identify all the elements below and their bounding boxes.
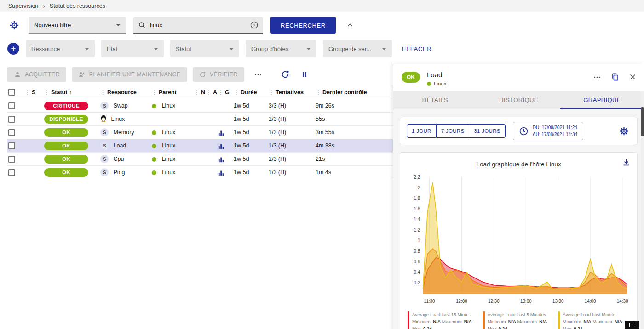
- state-select[interactable]: État: [101, 40, 164, 57]
- column-header-parent[interactable]: ⋮Parent: [151, 85, 193, 99]
- legend-item[interactable]: Average Load Last MinuteMinimum: N/A Max…: [558, 311, 630, 329]
- graph-icon[interactable]: [218, 156, 224, 163]
- parent-name[interactable]: Linux: [161, 156, 175, 162]
- resource-name[interactable]: Swap: [113, 102, 127, 109]
- svg-text:1.6: 1.6: [414, 206, 420, 211]
- pause-icon[interactable]: [298, 68, 311, 81]
- column-header-action[interactable]: ⋮A: [205, 85, 217, 99]
- legend-item[interactable]: Average Load Last 15 Minu...Minimum: N/A…: [408, 311, 479, 329]
- saved-filter-select[interactable]: Nouveau filtre: [29, 17, 126, 34]
- graph-settings-gear-icon[interactable]: [617, 124, 631, 138]
- svg-text:1.2: 1.2: [414, 227, 420, 233]
- servicegroup-select[interactable]: Groupe de ser...: [323, 40, 392, 57]
- resource-name[interactable]: Ping: [113, 169, 125, 176]
- legend-item[interactable]: Average Load Last 5 MinutesMinimum: N/A …: [483, 311, 555, 329]
- more-actions-icon[interactable]: [250, 70, 266, 79]
- column-header-graph[interactable]: ⋮G: [217, 85, 233, 99]
- svg-text:14:00: 14:00: [585, 299, 596, 304]
- resource-name[interactable]: Linux: [111, 116, 125, 122]
- refresh-icon[interactable]: [278, 68, 292, 81]
- table-row[interactable]: OK S Cpu Linux 1w 5d 1/3 (H) 21s: [7, 153, 393, 166]
- parent-name[interactable]: Linux: [161, 142, 175, 149]
- hostgroup-select[interactable]: Group d'hôtes: [246, 40, 316, 57]
- column-header-status[interactable]: ⋮Statut ↑: [43, 85, 99, 99]
- table-row[interactable]: CRITIQUE S Swap Linux 1w 5d 3/3 (H) 9m 2…: [7, 99, 393, 113]
- copy-link-icon[interactable]: [611, 73, 620, 81]
- svg-text:13:30: 13:30: [552, 299, 564, 304]
- parent-name[interactable]: Linux: [161, 129, 175, 136]
- drag-handle-icon[interactable]: ⋮: [100, 89, 106, 96]
- acknowledge-label: ACQUITTER: [25, 71, 60, 78]
- parent-name[interactable]: Linux: [161, 102, 175, 109]
- breadcrumb-current: Statut des ressources: [50, 3, 105, 9]
- close-panel-icon[interactable]: [629, 73, 637, 81]
- help-icon[interactable]: ?: [250, 21, 259, 29]
- drag-handle-icon[interactable]: ⋮: [194, 89, 200, 96]
- graph-icon[interactable]: [218, 170, 224, 176]
- table-row[interactable]: OK S Load Linux 1w 5d 1/3 (H) 4m 38s: [7, 139, 393, 153]
- row-checkbox[interactable]: [8, 116, 15, 123]
- maintenance-button[interactable]: PLANIFIER UNE MAINTENANCE: [72, 67, 187, 82]
- column-header-duration[interactable]: ⋮Durée: [233, 85, 268, 99]
- scrollbar-thumb[interactable]: [641, 107, 644, 136]
- check-button[interactable]: VÉRIFIER: [193, 67, 244, 82]
- row-checkbox[interactable]: [8, 102, 15, 109]
- svg-text:12:30: 12:30: [488, 299, 500, 304]
- load-graph[interactable]: 0.20.40.60.811.21.41.61.822.211:3012:001…: [404, 172, 633, 308]
- drag-handle-icon[interactable]: ⋮: [218, 89, 224, 96]
- status-select[interactable]: Statut: [170, 40, 239, 57]
- column-header-severity[interactable]: ⋮S: [24, 85, 43, 99]
- period-picker[interactable]: DU: 17/08/2021 11:24 AU: 17/08/2021 14:3…: [513, 122, 583, 140]
- range-31days-button[interactable]: 31 JOURS: [469, 124, 505, 138]
- drag-handle-icon[interactable]: ⋮: [152, 89, 157, 96]
- resource-type-select[interactable]: Ressource: [26, 40, 95, 57]
- check-label: VÉRIFIER: [210, 71, 238, 78]
- acknowledge-button[interactable]: ACQUITTER: [7, 67, 66, 82]
- notes-cell: [193, 139, 205, 153]
- search-input[interactable]: [150, 22, 246, 28]
- column-header-resource[interactable]: ⋮Ressource: [99, 85, 151, 99]
- resource-name[interactable]: Memory: [113, 129, 134, 136]
- drag-handle-icon[interactable]: ⋮: [25, 89, 30, 96]
- table-row[interactable]: OK S Ping Linux 1w 5d 1/3 (H) 1m 4s: [7, 166, 393, 179]
- row-checkbox[interactable]: [8, 129, 15, 136]
- tab-details[interactable]: DÉTAILS: [393, 91, 477, 109]
- servicegroup-label: Groupe de ser...: [328, 45, 371, 52]
- table-row[interactable]: OK S Memory Linux 1w 5d 1/3 (H) 3m 55s: [7, 126, 393, 139]
- row-checkbox[interactable]: [8, 156, 15, 163]
- download-icon[interactable]: [622, 158, 631, 168]
- collapse-filters-chevron-up-icon[interactable]: [343, 18, 357, 32]
- panel-more-icon[interactable]: [592, 73, 602, 81]
- row-checkbox[interactable]: [8, 142, 15, 149]
- clear-filters-button[interactable]: EFFACER: [402, 45, 431, 52]
- graph-icon[interactable]: [218, 130, 224, 136]
- penguin-host-icon: [100, 117, 108, 124]
- range-1day-button[interactable]: 1 JOUR: [407, 124, 437, 138]
- breadcrumb-supervision[interactable]: Supervision: [8, 3, 38, 9]
- drag-handle-icon[interactable]: ⋮: [44, 89, 50, 96]
- add-criteria-plus-icon[interactable]: [7, 43, 19, 55]
- drag-handle-icon[interactable]: ⋮: [234, 89, 239, 96]
- main-area: ACQUITTER PLANIFIER UNE MAINTENANCE VÉRI…: [0, 64, 644, 329]
- parent-name[interactable]: Linux: [161, 169, 175, 176]
- panel-scrollbar[interactable]: [641, 91, 644, 329]
- filter-settings-gear-icon[interactable]: [7, 18, 21, 32]
- graph-icon[interactable]: [218, 143, 224, 149]
- select-all-checkbox[interactable]: [8, 89, 15, 96]
- column-header-notes[interactable]: ⋮N: [193, 85, 205, 99]
- table-row[interactable]: DISPONIBLE Linux 1w 5d 1/3 (H) 55s: [7, 113, 393, 126]
- drag-handle-icon[interactable]: ⋮: [316, 89, 321, 96]
- resource-name[interactable]: Load: [113, 142, 126, 149]
- column-header-last-check[interactable]: ⋮Dernier contrôle: [315, 85, 393, 99]
- drag-handle-icon[interactable]: ⋮: [206, 89, 212, 96]
- range-7days-button[interactable]: 7 JOURS: [437, 124, 470, 138]
- search-button[interactable]: RECHERCHER: [270, 17, 336, 34]
- resource-name[interactable]: Cpu: [113, 156, 124, 162]
- row-checkbox[interactable]: [8, 169, 15, 176]
- severity-cell: [24, 153, 43, 166]
- tab-history[interactable]: HISTORIQUE: [477, 91, 561, 109]
- tab-graph[interactable]: GRAPHIQUE: [560, 91, 644, 109]
- panel-parent-name[interactable]: Linux: [434, 81, 447, 86]
- column-header-tries[interactable]: ⋮Tentatives: [268, 85, 315, 99]
- drag-handle-icon[interactable]: ⋮: [269, 89, 274, 96]
